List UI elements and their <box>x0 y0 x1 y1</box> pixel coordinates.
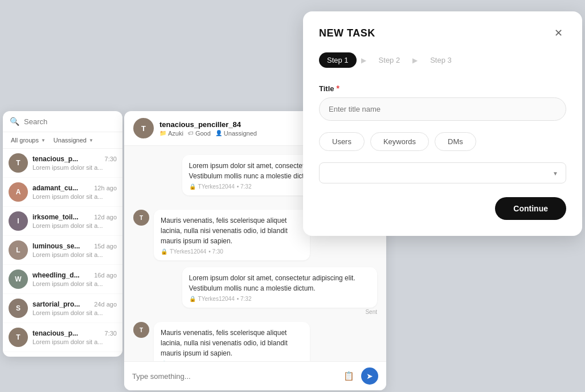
chat-name-row: adamant_cu... 12h ago <box>32 184 117 192</box>
dropdown-row <box>319 162 566 183</box>
step-3[interactable]: Step 3 <box>422 52 460 68</box>
chat-preview: Lorem ipsum dolor sit a... <box>32 164 117 171</box>
search-bar: 🔍 <box>3 111 122 132</box>
search-input[interactable] <box>24 117 116 126</box>
message-input[interactable] <box>132 372 336 381</box>
avatar: L <box>9 240 28 260</box>
lock-icon: 🔒 <box>189 183 196 190</box>
filter-row: All groups ▼ Unassigned ▼ <box>3 132 122 149</box>
chat-name-row: sartorial_pro... 24d ago <box>32 300 117 308</box>
message-text: Mauris venenatis, felis scelerisque aliq… <box>161 215 303 246</box>
chat-preview: Lorem ipsum dolor sit a... <box>32 280 117 287</box>
chevron-down-icon: ▼ <box>89 138 93 143</box>
search-icon: 🔍 <box>10 117 19 126</box>
attachment-button[interactable]: 📋 <box>341 368 357 384</box>
chat-preview: Lorem ipsum dolor sit a... <box>32 309 117 316</box>
close-dialog-button[interactable]: ✕ <box>550 25 566 41</box>
status-filter[interactable]: Unassigned ▼ <box>51 136 96 145</box>
category-dropdown[interactable] <box>319 162 566 183</box>
required-indicator: * <box>337 84 339 93</box>
folder-icon: 📁 <box>159 130 166 136</box>
chat-list-item[interactable]: I irksome_toil... 12d ago Lorem ipsum do… <box>3 207 122 236</box>
message-bubble-sent: Lorem ipsum dolor sit amet, consectetur … <box>182 267 377 308</box>
chat-time: 12h ago <box>94 185 117 191</box>
chat-name-row: tenacious_p... 7:30 <box>32 155 117 163</box>
chat-info: wheedling_d... 16d ago Lorem ipsum dolor… <box>32 271 117 287</box>
lock-icon: 🔒 <box>161 248 167 255</box>
sent-label: Sent <box>182 309 377 315</box>
chat-time: 16d ago <box>94 272 117 279</box>
chat-time: 15d ago <box>94 243 117 250</box>
dropdown-wrapper <box>319 162 566 183</box>
tag-azuki: 📁 Azuki <box>159 130 183 137</box>
chat-time: 7:30 <box>105 330 117 337</box>
avatar: W <box>9 270 28 289</box>
sent-message: Lorem ipsum dolor sit amet, consectetur … <box>182 267 377 315</box>
chat-list-item[interactable]: S sartorial_pro... 24d ago Lorem ipsum d… <box>3 294 122 323</box>
chat-time: 7:30 <box>105 156 117 162</box>
chat-time: 12d ago <box>94 214 117 220</box>
header-avatar: T <box>133 118 154 138</box>
message-bubble-received: Mauris venenatis, felis scelerisque aliq… <box>154 210 310 260</box>
avatar: S <box>9 299 28 318</box>
dialog-header: NEW TASK ✕ <box>319 25 566 41</box>
tag-icon: 🏷 <box>188 130 194 136</box>
tab-row: Users Keywords DMs <box>319 132 566 151</box>
message-meta: 🔒 TYerkes12044 • 7:30 <box>161 248 303 255</box>
chat-list-item[interactable]: T tenacious_p... 7:30 Lorem ipsum dolor … <box>3 323 122 352</box>
avatar: I <box>9 211 28 231</box>
all-groups-filter[interactable]: All groups ▼ <box>9 136 48 145</box>
chat-name-row: tenacious_p... 7:30 <box>32 329 117 337</box>
chat-list-item[interactable]: W wheedling_d... 16d ago Lorem ipsum dol… <box>3 265 122 294</box>
chat-name: tenacious_p... <box>32 329 78 337</box>
chat-name: adamant_cu... <box>32 184 78 192</box>
chat-list-item[interactable]: A adamant_cu... 12h ago Lorem ipsum dolo… <box>3 178 122 207</box>
title-label: Title * <box>319 84 566 93</box>
chat-input-area: 📋 ➤ <box>124 361 386 390</box>
chat-list-panel: 🔍 All groups ▼ Unassigned ▼ T tenacious_… <box>3 111 122 357</box>
chat-preview: Lorem ipsum dolor sit a... <box>32 193 117 200</box>
step-arrow-1: ▶ <box>361 56 366 64</box>
chat-name: sartorial_pro... <box>32 300 80 308</box>
chat-name-row: luminous_se... 15d ago <box>32 242 117 250</box>
message-text: Lorem ipsum dolor sit amet, consectetur … <box>189 273 370 293</box>
message-text: Mauris venenatis, felis scelerisque aliq… <box>161 328 303 358</box>
person-icon: 👤 <box>215 130 222 136</box>
tag-unassigned: 👤 Unassigned <box>215 130 257 137</box>
continue-button[interactable]: Continue <box>495 197 566 220</box>
step-1[interactable]: Step 1 <box>319 52 357 68</box>
chat-info: tenacious_p... 7:30 Lorem ipsum dolor si… <box>32 329 117 345</box>
chat-info: adamant_cu... 12h ago Lorem ipsum dolor … <box>32 184 117 200</box>
tab-users[interactable]: Users <box>319 132 365 151</box>
chat-name: irksome_toil... <box>32 213 79 221</box>
send-button[interactable]: ➤ <box>361 368 378 385</box>
dialog-title: NEW TASK <box>319 27 375 39</box>
step-arrow-2: ▶ <box>412 56 418 64</box>
step-2[interactable]: Step 2 <box>371 52 408 68</box>
chat-name-row: wheedling_d... 16d ago <box>32 271 117 279</box>
chat-time: 24d ago <box>94 301 117 308</box>
chat-name: tenacious_p... <box>32 155 78 163</box>
chat-list-item[interactable]: T tenacious_p... 7:30 Lorem ipsum dolor … <box>3 149 122 178</box>
avatar: A <box>9 182 28 202</box>
title-input[interactable] <box>319 97 566 121</box>
message-time: • 7:32 <box>237 296 252 302</box>
chat-info: irksome_toil... 12d ago Lorem ipsum dolo… <box>32 213 117 229</box>
message-avatar: T <box>133 210 149 226</box>
chat-info: tenacious_p... 7:30 Lorem ipsum dolor si… <box>32 155 117 171</box>
chat-list-item[interactable]: L luminous_se... 15d ago Lorem ipsum dol… <box>3 236 122 265</box>
chat-items-list: T tenacious_p... 7:30 Lorem ipsum dolor … <box>3 149 122 352</box>
chat-name: wheedling_d... <box>32 271 80 279</box>
sender-name: TYerkes12044 <box>170 248 206 255</box>
chat-preview: Lorem ipsum dolor sit a... <box>32 222 117 229</box>
tab-keywords[interactable]: Keywords <box>370 132 429 151</box>
stepper: Step 1 ▶ Step 2 ▶ Step 3 <box>319 52 566 68</box>
received-message: T Mauris venenatis, felis scelerisque al… <box>133 210 328 260</box>
chat-preview: Lorem ipsum dolor sit a... <box>32 251 117 258</box>
chat-info: luminous_se... 15d ago Lorem ipsum dolor… <box>32 242 117 258</box>
tab-dms[interactable]: DMs <box>435 132 476 151</box>
chat-preview: Lorem ipsum dolor sit a... <box>32 338 117 345</box>
message-bubble-received: Mauris venenatis, felis scelerisque aliq… <box>154 322 310 361</box>
header-username: tenacious_penciller_84 <box>159 120 313 129</box>
avatar: T <box>9 153 28 173</box>
